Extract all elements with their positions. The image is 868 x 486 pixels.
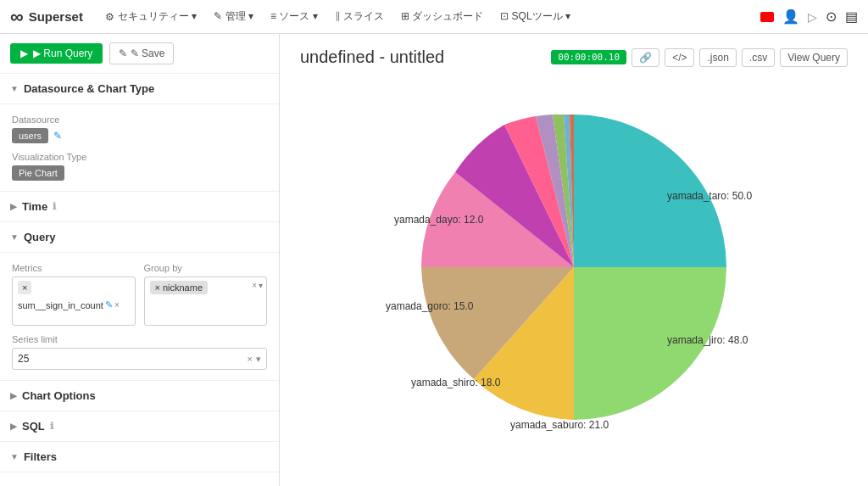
app-logo[interactable]: ∞ Superset <box>10 6 83 28</box>
sidebar: ▶ ▶ Run Query ✎ ✎ Save ▼ Datasource & Ch… <box>0 34 280 486</box>
viztype-button[interactable]: Pie Chart <box>12 165 64 181</box>
nav-source[interactable]: ≡ ソース ▾ <box>262 0 326 34</box>
section-datasource-content: Datasource users ✎ Visualization Type Pi… <box>0 104 279 192</box>
timer-badge: 00:00:00.10 <box>551 50 626 64</box>
app-name: Superset <box>29 9 83 24</box>
label-taro: yamada_taro: 50.0 <box>667 190 752 202</box>
csv-button[interactable]: .csv <box>742 48 775 67</box>
metrics-groupby-row: Metrics × sum__sign_in_count ✎ × <box>12 263 267 326</box>
chevron-down-icon-2: ▼ <box>10 232 19 242</box>
series-limit-field: Series limit 25 × ▾ <box>12 334 267 370</box>
groupby-value: nickname <box>163 282 203 293</box>
series-limit-value: 25 <box>18 353 29 365</box>
section-time: ▶ Time ℹ <box>0 192 279 222</box>
groupby-col: Group by × nickname × ▾ <box>144 263 268 326</box>
remove-metric-icon[interactable]: × <box>22 282 27 293</box>
label-dayo: yamada_dayo: 12.0 <box>394 214 484 226</box>
language-flag[interactable] <box>760 12 774 22</box>
sidebar-toolbar: ▶ ▶ Run Query ✎ ✎ Save <box>0 34 279 74</box>
topnav-menu: ⚙ セキュリティー ▾ ✎ 管理 ▾ ≡ ソース ▾ ∥ スライス ⊞ ダッシュ… <box>97 0 579 34</box>
chart-actions: 00:00:00.10 🔗 </> .json .csv View Query <box>551 48 848 67</box>
metrics-label: Metrics <box>12 263 136 273</box>
github-icon[interactable]: ⊙ <box>826 8 837 25</box>
time-info-icon: ℹ <box>53 201 56 212</box>
save-button[interactable]: ✎ ✎ Save <box>109 42 174 64</box>
section-sql-header[interactable]: ▶ SQL ℹ <box>0 411 279 442</box>
nav-manage[interactable]: ✎ 管理 ▾ <box>205 0 262 34</box>
nav-dashboard[interactable]: ⊞ ダッシュボード <box>392 0 492 34</box>
section-sql: ▶ SQL ℹ <box>0 411 279 442</box>
view-query-button[interactable]: View Query <box>780 48 848 67</box>
section-time-header[interactable]: ▶ Time ℹ <box>0 192 279 222</box>
label-jiro: yamada_jiro: 48.0 <box>667 334 748 346</box>
topnav: ∞ Superset ⚙ セキュリティー ▾ ✎ 管理 ▾ ≡ ソース ▾ ∥ … <box>0 0 868 34</box>
series-limit-select[interactable]: 25 × ▾ <box>12 348 267 370</box>
label-shiro: yamada_shiro: 18.0 <box>411 377 501 388</box>
topnav-right: 👤 ▷ ⊙ ▤ <box>760 8 858 25</box>
gear-icon: ⚙ <box>105 11 114 23</box>
groupby-select[interactable]: × nickname × ▾ <box>144 277 268 326</box>
chart-title: undefined - untitled <box>300 47 444 67</box>
section-datasource: ▼ Datasource & Chart Type Datasource use… <box>0 74 279 192</box>
infinity-icon: ∞ <box>10 6 24 28</box>
datasource-label: Datasource <box>12 115 267 125</box>
metric-edit-icon[interactable]: ✎ <box>105 299 113 310</box>
metric-tag-1[interactable]: × <box>18 281 31 294</box>
bell-icon[interactable]: ▷ <box>808 10 817 24</box>
nav-sqltool[interactable]: ⊡ SQLツール ▾ <box>492 0 579 34</box>
metrics-box[interactable]: × sum__sign_in_count ✎ × <box>12 277 136 326</box>
content-area: undefined - untitled 00:00:00.10 🔗 </> .… <box>280 34 868 486</box>
section-filters: ▼ Filters <box>0 442 279 472</box>
nav-security[interactable]: ⚙ セキュリティー ▾ <box>97 0 205 34</box>
metric-value: sum__sign_in_count <box>18 300 103 310</box>
viztype-label: Visualization Type <box>12 152 267 162</box>
pie-chart: yamada_taro: 50.0 yamada_jiro: 48.0 yama… <box>353 81 794 454</box>
chevron-down-series-icon[interactable]: ▾ <box>256 354 261 365</box>
remove-groupby-icon[interactable]: × <box>155 282 160 293</box>
section-query-content: Metrics × sum__sign_in_count ✎ × <box>0 253 279 381</box>
section-filters-header[interactable]: ▼ Filters <box>0 442 279 472</box>
groupby-tag[interactable]: × nickname <box>150 281 209 294</box>
chevron-right-chartoptions-icon: ▶ <box>10 391 17 400</box>
chevron-right-sql-icon: ▶ <box>10 422 17 431</box>
section-query-header[interactable]: ▼ Query <box>0 222 279 253</box>
chevron-down-icon: ▼ <box>10 84 19 93</box>
series-limit-label: Series limit <box>12 334 267 344</box>
json-button[interactable]: .json <box>699 48 736 67</box>
chevron-right-icon: ▶ <box>10 202 17 211</box>
section-chartoptions-header[interactable]: ▶ Chart Options <box>0 381 279 411</box>
metrics-col: Metrics × sum__sign_in_count ✎ × <box>12 263 136 326</box>
label-saburo: yamada_saburo: 21.0 <box>510 419 609 431</box>
main-layout: ▶ ▶ Run Query ✎ ✎ Save ▼ Datasource & Ch… <box>0 34 868 486</box>
link-button[interactable]: 🔗 <box>632 48 659 67</box>
section-query: ▼ Query Metrics × su <box>0 222 279 381</box>
edit-datasource-icon[interactable]: ✎ <box>53 130 62 142</box>
datasource-value[interactable]: users <box>12 128 48 143</box>
section-datasource-header[interactable]: ▼ Datasource & Chart Type <box>0 74 279 104</box>
sql-info-icon: ℹ <box>50 421 53 432</box>
pie-chart-container: yamada_taro: 50.0 yamada_jiro: 48.0 yama… <box>300 75 848 458</box>
metric-remove-icon[interactable]: × <box>114 300 120 310</box>
clear-groupby-icon[interactable]: × <box>252 281 257 290</box>
code-button[interactable]: </> <box>665 48 694 67</box>
save-icon: ✎ <box>119 47 127 59</box>
chevron-down-filters-icon: ▼ <box>10 452 19 461</box>
run-query-button[interactable]: ▶ ▶ Run Query <box>10 43 103 64</box>
info-icon[interactable]: ▤ <box>845 8 858 25</box>
label-goro: yamada_goro: 15.0 <box>386 300 474 312</box>
groupby-label: Group by <box>144 263 268 273</box>
user-icon[interactable]: 👤 <box>782 8 799 25</box>
chart-header: undefined - untitled 00:00:00.10 🔗 </> .… <box>300 47 848 67</box>
nav-slices[interactable]: ∥ スライス <box>326 0 392 34</box>
chevron-down-groupby-icon[interactable]: ▾ <box>259 281 263 290</box>
section-chartoptions: ▶ Chart Options <box>0 381 279 411</box>
run-icon: ▶ <box>20 47 28 59</box>
clear-series-icon[interactable]: × <box>248 354 253 364</box>
